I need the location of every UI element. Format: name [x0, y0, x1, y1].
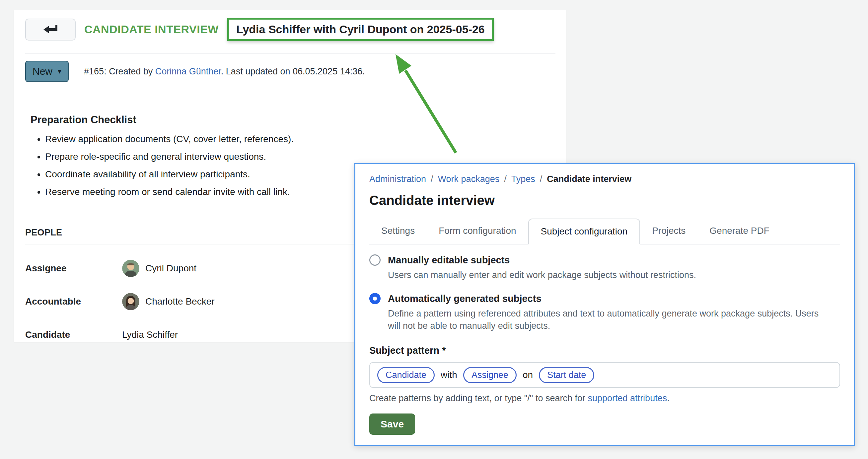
- option-description: Define a pattern using referenced attrib…: [388, 308, 833, 332]
- tab-settings[interactable]: Settings: [369, 218, 427, 244]
- status-row: New ▾ #165: Created by Corinna Günther. …: [25, 61, 555, 82]
- people-row-value[interactable]: Lydia Schiffer: [122, 329, 178, 340]
- radio-automatically-generated[interactable]: Automatically generated subjects: [369, 293, 840, 304]
- breadcrumb-current: Candidate interview: [547, 174, 631, 184]
- pattern-chip-assignee[interactable]: Assignee: [463, 367, 517, 383]
- option-label: Automatically generated subjects: [388, 293, 541, 304]
- back-button[interactable]: [25, 19, 76, 40]
- tab-generate-pdf[interactable]: Generate PDF: [698, 218, 781, 244]
- pattern-text: on: [523, 370, 533, 380]
- people-row-label: Assignee: [25, 263, 122, 274]
- breadcrumb: Administration / Work packages / Types /…: [369, 174, 840, 184]
- checklist-item: Prepare role-specific and general interv…: [45, 151, 555, 163]
- radio-icon-checked[interactable]: [369, 293, 380, 304]
- breadcrumb-separator: /: [431, 174, 433, 184]
- status-dropdown-button[interactable]: New ▾: [25, 61, 69, 82]
- meta-created-prefix: #165: Created by: [84, 66, 155, 77]
- radio-icon-unchecked[interactable]: [369, 254, 380, 266]
- avatar: [122, 260, 140, 277]
- checklist-item: Review application documents (CV, cover …: [45, 133, 555, 145]
- breadcrumb-separator: /: [540, 174, 542, 184]
- work-package-type-label: CANDIDATE INTERVIEW: [84, 23, 219, 36]
- pattern-text: with: [441, 370, 457, 380]
- status-label: New: [33, 66, 53, 77]
- meta-updated-suffix: . Last updated on 06.05.2025 14:36.: [221, 66, 365, 77]
- tab-projects[interactable]: Projects: [640, 218, 698, 244]
- people-row-value[interactable]: Charlotte Becker: [122, 293, 215, 310]
- radio-manually-editable[interactable]: Manually editable subjects: [369, 254, 840, 266]
- panel-title: Candidate interview: [369, 193, 840, 208]
- people-row-label: Candidate: [25, 329, 122, 340]
- tab-form-configuration[interactable]: Form configuration: [427, 218, 528, 244]
- back-arrow-icon: [43, 24, 58, 35]
- work-package-header: CANDIDATE INTERVIEW Lydia Schiffer with …: [14, 10, 566, 41]
- pattern-chip-start-date[interactable]: Start date: [539, 367, 594, 383]
- breadcrumb-work-packages[interactable]: Work packages: [438, 174, 500, 184]
- pattern-chip-candidate[interactable]: Candidate: [377, 367, 435, 383]
- breadcrumb-administration[interactable]: Administration: [369, 174, 426, 184]
- tab-bar: Settings Form configuration Subject conf…: [369, 218, 840, 245]
- subject-mode-options: Manually editable subjects Users can man…: [369, 254, 840, 332]
- option-label: Manually editable subjects: [388, 255, 510, 266]
- option-automatically-generated: Automatically generated subjects Define …: [369, 293, 840, 332]
- chevron-down-icon: ▾: [58, 68, 61, 75]
- helper-prefix: Create patterns by adding text, or type …: [369, 393, 588, 403]
- tab-subject-configuration[interactable]: Subject configuration: [528, 219, 640, 245]
- work-package-subject: Lydia Schiffer with Cyril Dupont on 2025…: [227, 18, 494, 41]
- option-description: Users can manually enter and edit work p…: [388, 269, 833, 281]
- subject-configuration-panel: Administration / Work packages / Types /…: [354, 163, 855, 446]
- work-package-meta: #165: Created by Corinna Günther. Last u…: [84, 66, 365, 77]
- checklist-title: Preparation Checklist: [31, 114, 555, 126]
- subject-pattern-input[interactable]: Candidate with Assignee on Start date: [369, 362, 840, 388]
- people-row-value[interactable]: Cyril Dupont: [122, 260, 196, 277]
- helper-suffix: .: [667, 393, 670, 403]
- author-link[interactable]: Corinna Günther: [155, 66, 221, 77]
- avatar: [122, 293, 140, 310]
- person-name: Lydia Schiffer: [122, 329, 178, 340]
- person-name: Cyril Dupont: [145, 263, 196, 274]
- save-button[interactable]: Save: [369, 413, 415, 435]
- option-manually-editable: Manually editable subjects Users can man…: [369, 254, 840, 281]
- supported-attributes-link[interactable]: supported attributes: [588, 393, 667, 403]
- pattern-helper-text: Create patterns by adding text, or type …: [369, 393, 840, 404]
- header-divider: [25, 54, 555, 54]
- breadcrumb-types[interactable]: Types: [511, 174, 535, 184]
- person-name: Charlotte Becker: [145, 296, 215, 307]
- people-row-label: Accountable: [25, 296, 122, 307]
- breadcrumb-separator: /: [504, 174, 507, 184]
- subject-pattern-label: Subject pattern *: [369, 345, 840, 356]
